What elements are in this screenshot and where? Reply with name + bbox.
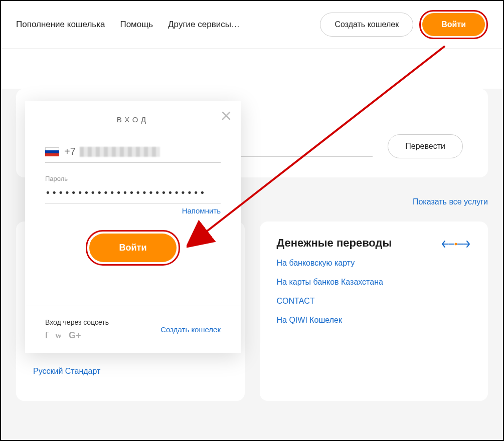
modal-login-button-highlight: Войти — [86, 230, 181, 266]
create-wallet-link[interactable]: Создать кошелек — [160, 325, 221, 334]
service-link-contact[interactable]: CONTACT — [277, 297, 471, 306]
transfer-arrows-icon — [441, 237, 471, 254]
service-link-bank-card[interactable]: На банковскую карту — [277, 259, 471, 268]
svg-point-0 — [455, 243, 457, 246]
phone-prefix: +7 — [64, 146, 76, 157]
modal-login-button[interactable]: Войти — [89, 234, 177, 262]
password-input[interactable]: ••••••••••••••••••••••••• — [45, 182, 221, 203]
social-login-block: Вход через соцсеть f w G+ — [45, 318, 109, 341]
nav-topup[interactable]: Пополнение кошелька — [16, 20, 105, 30]
service-link-russky-standart[interactable]: Русский Стандарт — [33, 367, 228, 376]
nav-help[interactable]: Помощь — [120, 20, 153, 30]
remind-password-link[interactable]: Напомнить — [45, 206, 221, 215]
close-icon[interactable] — [221, 110, 232, 121]
russia-flag-icon — [45, 147, 59, 156]
facebook-icon[interactable]: f — [45, 330, 48, 341]
login-button-highlight: Войти — [419, 10, 488, 39]
phone-input[interactable]: +7 — [45, 141, 221, 163]
vk-icon[interactable]: w — [55, 330, 62, 341]
phone-number-hidden — [80, 147, 160, 157]
service-link-kazakhstan[interactable]: На карты банков Казахстана — [277, 278, 471, 287]
login-button[interactable]: Войти — [422, 13, 485, 36]
login-modal-title: ВХОД — [117, 115, 149, 124]
social-login-label: Вход через соцсеть — [45, 318, 109, 326]
service-link-qiwi[interactable]: На QIWI Кошелек — [277, 316, 471, 325]
google-plus-icon[interactable]: G+ — [69, 330, 81, 341]
header: Пополнение кошелька Помощь Другие сервис… — [1, 1, 503, 49]
transfer-button[interactable]: Перевести — [388, 134, 463, 158]
nav-other-services[interactable]: Другие сервисы… — [168, 20, 240, 30]
password-label: Пароль — [45, 175, 221, 182]
login-modal: ВХОД +7 Пароль •••••••••••••••••••••••••… — [25, 101, 241, 353]
service-card-transfers: Денежные переводы На банковскую карту На… — [260, 222, 488, 401]
create-wallet-button[interactable]: Создать кошелек — [320, 13, 413, 37]
